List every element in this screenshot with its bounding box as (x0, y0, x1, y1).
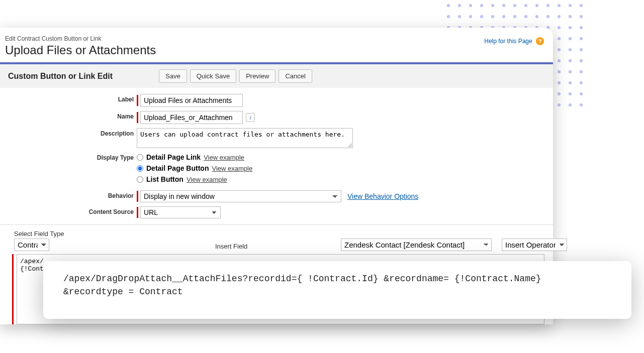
section-title: Custom Button or Link Edit (8, 72, 159, 81)
required-indicator (137, 207, 138, 218)
insert-operator-picker[interactable]: Insert Operator (502, 239, 567, 251)
name-field-label: Name (0, 111, 137, 120)
content-source-select[interactable]: URL (140, 206, 221, 218)
info-icon[interactable]: i (246, 113, 255, 122)
radio-detail-page-button[interactable] (137, 165, 143, 172)
radio-label: List Button (146, 175, 183, 183)
behavior-label: Behavior (0, 190, 137, 199)
quick-save-button[interactable]: Quick Save (190, 69, 236, 83)
code-overlay-text: /apex/DragDropAttach__AttachFiles?record… (63, 272, 541, 298)
view-example-link[interactable]: View example (187, 176, 227, 183)
label-input[interactable] (140, 94, 243, 107)
radio-label: Detail Page Button (146, 164, 209, 172)
merge-field-picker[interactable]: Zendesk Contact [Zendesk Contact] (341, 239, 492, 251)
breadcrumb: Edit Contract Custom Button or Link (5, 35, 548, 42)
radio-label: Detail Page Link (146, 153, 201, 161)
radio-list-button[interactable] (137, 176, 143, 183)
separator (0, 224, 553, 228)
label-field-label: Label (0, 94, 137, 103)
view-example-link[interactable]: View example (204, 154, 244, 161)
section-header: Custom Button or Link Edit Save Quick Sa… (0, 62, 553, 88)
required-indicator (137, 112, 138, 123)
select-field-type-label: Select Field Type (14, 230, 205, 238)
preview-button[interactable]: Preview (239, 69, 275, 83)
view-behavior-options-link[interactable]: View Behavior Options (347, 192, 418, 200)
help-link-text: Help for this Page (484, 38, 532, 45)
required-indicator (12, 254, 14, 324)
description-field-label: Description (0, 128, 137, 137)
description-input[interactable]: Users can upload contract files or attac… (137, 128, 353, 148)
name-input[interactable] (140, 111, 243, 124)
radio-detail-page-link[interactable] (137, 154, 143, 161)
help-icon: ? (536, 37, 544, 45)
display-type-detail-page-button[interactable]: Detail Page Button View example (137, 164, 252, 172)
behavior-select[interactable]: Display in new window (140, 190, 341, 202)
display-type-list-button[interactable]: List Button View example (137, 175, 252, 183)
page-title: Upload Files or Attachments (5, 43, 548, 57)
display-type-detail-page-link[interactable]: Detail Page Link View example (137, 153, 252, 161)
save-button[interactable]: Save (159, 69, 187, 83)
display-type-group: Detail Page Link View example Detail Pag… (137, 152, 252, 186)
select-field-type-picker[interactable]: Contra (14, 239, 49, 251)
code-overlay-card: /apex/DragDropAttach__AttachFiles?record… (43, 261, 631, 319)
view-example-link[interactable]: View example (212, 165, 252, 172)
required-indicator (137, 191, 138, 202)
insert-field-label: Insert Field (215, 243, 331, 250)
display-type-label: Display Type (0, 152, 137, 161)
required-indicator (137, 95, 138, 106)
cancel-button[interactable]: Cancel (279, 69, 312, 83)
help-for-this-page[interactable]: Help for this Page ? (484, 37, 544, 45)
content-source-label: Content Source (0, 206, 137, 215)
